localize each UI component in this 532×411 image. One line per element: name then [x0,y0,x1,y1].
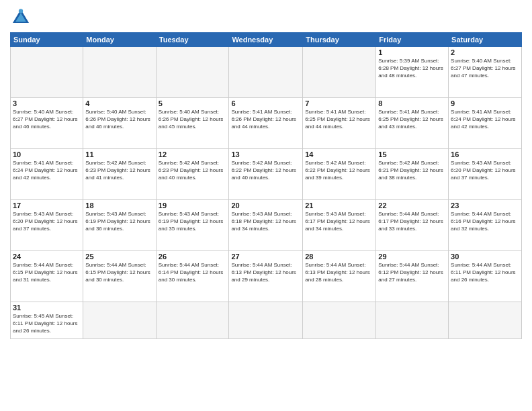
calendar-cell: 21Sunrise: 5:43 AM Sunset: 6:17 PM Dayli… [303,200,376,251]
weekday-header-sunday: Sunday [11,33,83,47]
calendar-cell: 30Sunrise: 5:44 AM Sunset: 6:11 PM Dayli… [449,251,522,302]
calendar-week-row: 31Sunrise: 5:45 AM Sunset: 6:11 PM Dayli… [11,302,522,339]
day-number: 13 [231,150,300,158]
day-info: Sunrise: 5:42 AM Sunset: 6:21 PM Dayligh… [378,159,446,182]
day-info: Sunrise: 5:42 AM Sunset: 6:23 PM Dayligh… [85,159,153,182]
calendar-cell [229,47,303,98]
logo-icon [10,7,32,28]
day-number: 1 [378,48,446,56]
calendar-cell [303,302,376,339]
calendar-cell: 6Sunrise: 5:41 AM Sunset: 6:26 PM Daylig… [229,98,303,149]
calendar-table: SundayMondayTuesdayWednesdayThursdayFrid… [10,32,522,339]
day-info: Sunrise: 5:39 AM Sunset: 6:28 PM Dayligh… [378,57,446,80]
calendar-week-row: 10Sunrise: 5:41 AM Sunset: 6:24 PM Dayli… [11,149,522,200]
calendar-cell [229,302,303,339]
day-info: Sunrise: 5:44 AM Sunset: 6:16 PM Dayligh… [451,210,519,233]
day-number: 16 [451,150,519,158]
calendar-cell [303,47,376,98]
day-info: Sunrise: 5:44 AM Sunset: 6:15 PM Dayligh… [85,261,153,284]
day-info: Sunrise: 5:43 AM Sunset: 6:19 PM Dayligh… [159,210,227,233]
day-info: Sunrise: 5:42 AM Sunset: 6:22 PM Dayligh… [231,159,300,182]
calendar-cell: 13Sunrise: 5:42 AM Sunset: 6:22 PM Dayli… [229,149,303,200]
calendar-cell: 17Sunrise: 5:43 AM Sunset: 6:20 PM Dayli… [11,200,83,251]
weekday-header-saturday: Saturday [449,33,522,47]
day-info: Sunrise: 5:45 AM Sunset: 6:11 PM Dayligh… [13,312,81,335]
calendar-page: SundayMondayTuesdayWednesdayThursdayFrid… [0,0,532,411]
day-info: Sunrise: 5:40 AM Sunset: 6:27 PM Dayligh… [451,57,519,80]
calendar-cell: 25Sunrise: 5:44 AM Sunset: 6:15 PM Dayli… [83,251,156,302]
day-number: 22 [378,201,446,210]
day-number: 7 [305,99,373,107]
day-number: 18 [85,201,153,210]
day-info: Sunrise: 5:42 AM Sunset: 6:22 PM Dayligh… [305,159,373,182]
calendar-cell [11,47,83,98]
calendar-cell [156,47,229,98]
day-number: 23 [451,201,519,210]
day-info: Sunrise: 5:44 AM Sunset: 6:14 PM Dayligh… [159,261,227,284]
day-number: 15 [378,150,446,158]
day-info: Sunrise: 5:41 AM Sunset: 6:26 PM Dayligh… [231,108,300,131]
logo [10,7,34,28]
day-number: 6 [231,99,300,107]
day-number: 4 [85,99,153,107]
day-info: Sunrise: 5:40 AM Sunset: 6:27 PM Dayligh… [13,108,81,131]
calendar-cell: 26Sunrise: 5:44 AM Sunset: 6:14 PM Dayli… [156,251,229,302]
calendar-cell: 2Sunrise: 5:40 AM Sunset: 6:27 PM Daylig… [449,47,522,98]
calendar-cell: 24Sunrise: 5:44 AM Sunset: 6:15 PM Dayli… [11,251,83,302]
day-info: Sunrise: 5:44 AM Sunset: 6:11 PM Dayligh… [451,261,519,284]
weekday-header-monday: Monday [83,33,156,47]
day-number: 24 [13,253,81,261]
day-number: 30 [451,253,519,261]
day-info: Sunrise: 5:44 AM Sunset: 6:13 PM Dayligh… [305,261,373,284]
calendar-cell: 23Sunrise: 5:44 AM Sunset: 6:16 PM Dayli… [449,200,522,251]
calendar-cell: 28Sunrise: 5:44 AM Sunset: 6:13 PM Dayli… [303,251,376,302]
calendar-cell: 22Sunrise: 5:44 AM Sunset: 6:17 PM Dayli… [376,200,449,251]
day-info: Sunrise: 5:41 AM Sunset: 6:25 PM Dayligh… [378,108,446,131]
calendar-cell: 27Sunrise: 5:44 AM Sunset: 6:13 PM Dayli… [229,251,303,302]
day-number: 8 [378,99,446,107]
day-info: Sunrise: 5:44 AM Sunset: 6:13 PM Dayligh… [231,261,300,284]
calendar-cell: 19Sunrise: 5:43 AM Sunset: 6:19 PM Dayli… [156,200,229,251]
day-number: 9 [451,99,519,107]
day-number: 12 [159,150,227,158]
day-number: 31 [13,304,81,312]
day-number: 25 [85,253,153,261]
header [10,7,522,28]
calendar-cell: 9Sunrise: 5:41 AM Sunset: 6:24 PM Daylig… [449,98,522,149]
day-info: Sunrise: 5:43 AM Sunset: 6:20 PM Dayligh… [451,159,519,182]
day-number: 19 [159,201,227,210]
calendar-week-row: 17Sunrise: 5:43 AM Sunset: 6:20 PM Dayli… [11,200,522,251]
calendar-cell: 12Sunrise: 5:42 AM Sunset: 6:23 PM Dayli… [156,149,229,200]
day-info: Sunrise: 5:41 AM Sunset: 6:24 PM Dayligh… [13,159,81,182]
day-number: 28 [305,253,373,261]
weekday-header-tuesday: Tuesday [156,33,229,47]
calendar-cell: 4Sunrise: 5:40 AM Sunset: 6:26 PM Daylig… [83,98,156,149]
day-info: Sunrise: 5:43 AM Sunset: 6:18 PM Dayligh… [231,210,300,233]
day-number: 14 [305,150,373,158]
calendar-cell [449,302,522,339]
weekday-header-thursday: Thursday [303,33,376,47]
svg-point-2 [19,9,23,13]
day-info: Sunrise: 5:43 AM Sunset: 6:17 PM Dayligh… [305,210,373,233]
day-number: 11 [85,150,153,158]
day-info: Sunrise: 5:41 AM Sunset: 6:25 PM Dayligh… [305,108,373,131]
calendar-cell: 14Sunrise: 5:42 AM Sunset: 6:22 PM Dayli… [303,149,376,200]
calendar-cell: 31Sunrise: 5:45 AM Sunset: 6:11 PM Dayli… [11,302,83,339]
calendar-cell: 7Sunrise: 5:41 AM Sunset: 6:25 PM Daylig… [303,98,376,149]
day-info: Sunrise: 5:43 AM Sunset: 6:20 PM Dayligh… [13,210,81,233]
calendar-cell: 20Sunrise: 5:43 AM Sunset: 6:18 PM Dayli… [229,200,303,251]
day-info: Sunrise: 5:40 AM Sunset: 6:26 PM Dayligh… [85,108,153,131]
day-info: Sunrise: 5:43 AM Sunset: 6:19 PM Dayligh… [85,210,153,233]
calendar-cell: 16Sunrise: 5:43 AM Sunset: 6:20 PM Dayli… [449,149,522,200]
calendar-cell: 11Sunrise: 5:42 AM Sunset: 6:23 PM Dayli… [83,149,156,200]
calendar-cell: 3Sunrise: 5:40 AM Sunset: 6:27 PM Daylig… [11,98,83,149]
calendar-cell [83,302,156,339]
calendar-cell: 5Sunrise: 5:40 AM Sunset: 6:26 PM Daylig… [156,98,229,149]
day-number: 20 [231,201,300,210]
calendar-cell: 8Sunrise: 5:41 AM Sunset: 6:25 PM Daylig… [376,98,449,149]
calendar-week-row: 3Sunrise: 5:40 AM Sunset: 6:27 PM Daylig… [11,98,522,149]
day-number: 5 [159,99,227,107]
day-number: 17 [13,201,81,210]
weekday-header-row: SundayMondayTuesdayWednesdayThursdayFrid… [11,33,522,47]
weekday-header-friday: Friday [376,33,449,47]
